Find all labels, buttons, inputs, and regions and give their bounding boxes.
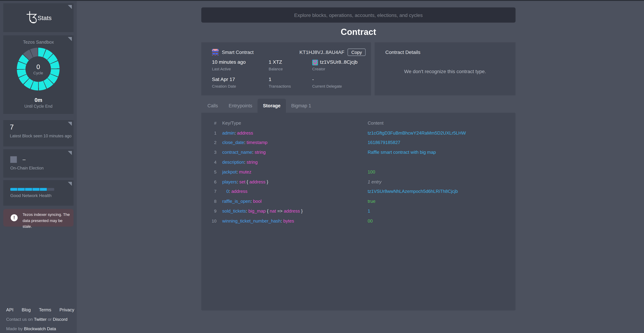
latest-block-label: Latest Block seen 10 minutes ago (10, 134, 72, 138)
storage-content-link[interactable]: 1618679185827 (368, 140, 400, 145)
row-num: 3 (210, 150, 216, 155)
storage-key: close_date (222, 140, 244, 145)
row-content: 1 (368, 209, 507, 213)
twitter-link[interactable]: Twitter (34, 316, 46, 321)
key-colon: : (250, 199, 253, 204)
storage-row: 10winning_ticket_number_hash: bytes00 (210, 216, 507, 226)
row-key-type: winning_ticket_number_hash: bytes (222, 218, 362, 223)
col-key-type: Key/Type (222, 120, 362, 125)
discord-link[interactable]: Discord (53, 316, 68, 321)
footer-link-blog[interactable]: Blog (22, 307, 31, 312)
row-content: tz1cGftgD3FuBmBhcwY24RaMm5D2UXLr5LHW (368, 130, 507, 135)
tezos-tz-icon (25, 11, 38, 25)
footer-link-terms[interactable]: Terms (39, 307, 51, 312)
storage-type: bytes (283, 218, 294, 223)
logo-text: Stats (38, 14, 52, 21)
stat-label: Creator (312, 67, 368, 71)
contract-type-label: Smart Contract (222, 50, 254, 55)
row-num: 4 (210, 160, 216, 164)
election-swatch-icon (10, 156, 17, 163)
tab-calls[interactable]: Calls (202, 99, 223, 113)
cycle-value: 0 (36, 63, 40, 71)
storage-panel: #Key/TypeContent1admin: addresstz1cGftgD… (201, 113, 516, 310)
stat-label: Last Active (212, 67, 269, 71)
health-label: Good Network Health (10, 193, 52, 198)
storage-content-link[interactable]: 1 (368, 209, 370, 213)
storage-type: bool (253, 199, 262, 204)
storage-table: #Key/TypeContent1admin: addresstz1cGftgD… (201, 113, 516, 226)
sidebar-footer: APIBlogTermsPrivacy Contact us on Twitte… (6, 307, 74, 331)
row-num: 2 (210, 140, 216, 145)
summary-cards-row: Smart Contract KT1HJ8VJ..8AU4AF Copy 10 … (201, 43, 516, 96)
key-colon: : (281, 218, 283, 223)
creator-address-link[interactable]: tz1VSUr8..8Cjcjb (320, 59, 358, 65)
contract-details-card: Contract Details We don't recognize this… (375, 43, 516, 96)
row-key-type: 0: address (222, 189, 362, 194)
indexer-warning: ! Tezos indexer syncing. The data presen… (3, 209, 74, 226)
footer-link-privacy[interactable]: Privacy (60, 307, 74, 312)
cycle-donut-hole: 0 Cycle (26, 56, 51, 82)
storage-content-value: 100 (368, 169, 375, 174)
search-input[interactable] (201, 7, 516, 23)
storage-key: sold_tickets (222, 209, 246, 213)
health-segment (25, 188, 32, 191)
row-content: true (368, 199, 507, 204)
row-key-type: description: string (222, 160, 362, 164)
stat-value: Sat Apr 17 (212, 77, 269, 83)
blockwatch-link[interactable]: Blockwatch Data (24, 326, 56, 331)
main-content: Contract Smart Contract KT1HJ8VJ..8AU4AF… (201, 0, 516, 333)
row-content: 1 entry (368, 179, 507, 184)
row-num: 9 (210, 209, 216, 213)
health-segment (47, 188, 54, 191)
footer-link-api[interactable]: API (6, 307, 14, 312)
tab-storage[interactable]: Storage (258, 99, 286, 113)
row-num: 5 (210, 169, 216, 174)
storage-table-header: #Key/TypeContent (210, 118, 507, 128)
row-num: 8 (210, 199, 216, 204)
copy-button[interactable]: Copy (348, 49, 366, 56)
logo-card[interactable]: Stats (3, 3, 74, 32)
row-num: 6 (210, 179, 216, 184)
type-punct: { (245, 179, 249, 184)
storage-key: contract_name (222, 150, 252, 155)
contact-prefix: Contact us on (6, 316, 33, 321)
expand-corner-icon[interactable] (68, 5, 72, 9)
row-key-type: players: set { address } (222, 179, 362, 184)
footer-contact-line: Contact us on Twitter or Discord (6, 316, 74, 321)
network-title: Tezos Sandbox (3, 36, 74, 45)
storage-key: 0 (226, 189, 229, 194)
cycle-label: Cycle (33, 71, 43, 75)
storage-type: timestamp (247, 140, 268, 145)
contract-avatar-icon (212, 49, 218, 56)
storage-key: winning_ticket_number_hash (222, 218, 281, 223)
storage-key: description (222, 160, 244, 164)
storage-type: address (249, 179, 265, 184)
details-title: Contract Details (385, 49, 420, 55)
key-colon: : (244, 140, 246, 145)
contact-or: or (48, 316, 52, 321)
storage-type: nat (270, 209, 276, 213)
storage-content-link[interactable]: tz1cGftgD3FuBmBhcwY24RaMm5D2UXLr5LHW (368, 130, 466, 135)
stat-label: Current Delegate (312, 84, 368, 89)
type-punct: } (266, 179, 268, 184)
creator-avatar-icon (312, 59, 318, 65)
row-key-type: raffle_is_open: bool (222, 199, 362, 204)
expand-corner-icon[interactable] (68, 151, 72, 155)
storage-content-link[interactable]: tz1VSUr8wwNhLAzempoch5d6hLRiTh8Cjcjb (368, 189, 458, 194)
row-content: 1618679185827 (368, 140, 507, 145)
health-segment (18, 188, 24, 191)
health-bar (10, 188, 54, 191)
storage-row: 3contract_name: stringRaffle smart contr… (210, 147, 507, 157)
storage-type: address (237, 130, 253, 135)
stat-value: - (312, 77, 368, 83)
tab-bigmap-1[interactable]: Bigmap 1 (286, 99, 316, 113)
health-segment (10, 188, 17, 191)
expand-corner-icon[interactable] (68, 122, 72, 126)
storage-content-link[interactable]: Raffle smart contract with big map (368, 150, 436, 155)
storage-content-value: 00 (368, 218, 373, 223)
key-colon: : (229, 189, 231, 194)
tab-entrypoints[interactable]: Entrypoints (223, 99, 258, 113)
tzstats-logo: Stats (25, 11, 52, 25)
sidebar: Stats Tezos Sandbox 0 Cycle 0m Until Cyc… (0, 1, 77, 333)
expand-corner-icon[interactable] (68, 182, 72, 186)
